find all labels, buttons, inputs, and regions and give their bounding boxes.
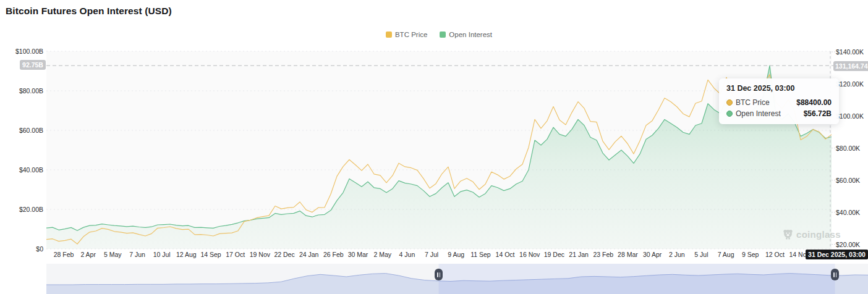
watermark: coinglass	[783, 229, 841, 240]
tooltip: 31 Dec 2025, 03:00 BTC Price $88400.00 O…	[719, 78, 839, 124]
open-interest-high-badge: 92.75B	[20, 60, 46, 70]
open-interest-marker-icon	[726, 111, 733, 117]
watermark-text: coinglass	[796, 229, 841, 240]
y-axis-label-left: $80.00B	[0, 87, 43, 94]
coinglass-chart-page: { "title": "Bitcoin Futures Open Interes…	[0, 0, 868, 294]
tooltip-label: BTC Price	[736, 98, 770, 107]
y-axis-label-right: $40.00K	[836, 209, 860, 216]
tooltip-row-open-interest: Open Interest $56.72B	[726, 109, 832, 118]
y-axis-label-right: $80.00K	[836, 145, 860, 152]
chart-canvas[interactable]	[0, 0, 868, 294]
y-axis-label-left: $40.00B	[0, 166, 43, 174]
y-axis-label-right: $120.00K	[836, 80, 864, 88]
y-axis-label-left: $20.00B	[0, 206, 43, 213]
coinglass-bear-icon	[783, 229, 793, 240]
tooltip-label: Open Interest	[736, 109, 781, 118]
y-axis-label-right: $60.00K	[836, 177, 860, 184]
tooltip-row-btc-price: BTC Price $88400.00	[726, 98, 832, 107]
y-axis-label-right: $20.00K	[836, 241, 860, 248]
y-axis-label-left: $100.00B	[0, 48, 43, 55]
navigator-handle-left[interactable]	[435, 269, 443, 280]
y-axis-label-right: $140.00K	[836, 48, 864, 56]
y-axis-label-left: $0	[0, 245, 43, 253]
navigator-selection[interactable]	[439, 264, 835, 294]
tooltip-value: $56.72B	[804, 109, 832, 118]
btc-price-marker-icon	[726, 99, 733, 106]
btc-price-high-badge: 131,164.74	[833, 61, 868, 71]
y-axis-label-right: $100.00K	[836, 112, 864, 120]
tooltip-value: $88400.00	[796, 98, 832, 107]
navigator-handle-right[interactable]	[831, 269, 839, 280]
x-cursor-date-badge: 31 Dec 2025, 03:00	[806, 250, 868, 259]
y-axis-label-left: $60.00B	[0, 127, 43, 134]
tooltip-date: 31 Dec 2025, 03:00	[726, 84, 832, 93]
